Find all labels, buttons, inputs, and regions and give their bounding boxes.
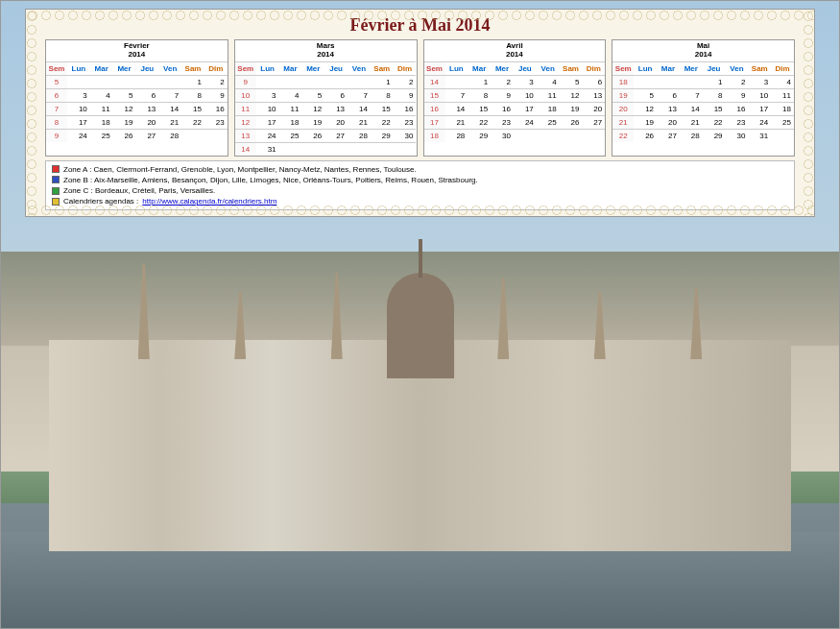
dow-day: Dim [582, 61, 605, 75]
dow-day: Ven [158, 61, 181, 75]
day-cell [279, 75, 302, 88]
legend-zone-a-text: Zone A : Caen, Clermont-Ferrand, Grenobl… [63, 164, 417, 175]
week-row: 912 [235, 75, 417, 88]
day-cell: 3 [748, 75, 771, 88]
day-cell: 23 [491, 115, 514, 129]
day-cell: 13 [657, 102, 680, 115]
week-row: 817181920212223 [46, 115, 228, 129]
week-num: 22 [612, 129, 634, 142]
day-cell [371, 142, 394, 156]
week-row: 1110111213141516 [235, 102, 417, 115]
day-cell: 17 [514, 102, 537, 115]
day-cell [135, 75, 158, 88]
day-cell: 5 [560, 75, 583, 88]
day-cell: 6 [582, 75, 605, 88]
dow-day: Dim [771, 61, 794, 75]
day-cell [582, 129, 605, 142]
week-num: 15 [424, 88, 445, 102]
week-num: 7 [46, 102, 67, 115]
calendar-panel: Février à Mai 2014 Février2014SemLunMarM… [25, 9, 815, 217]
legend-zone-b: Zone B : Aix-Marseille, Amiens, Besançon… [52, 175, 788, 185]
day-cell: 22 [181, 115, 204, 129]
swatch-zone-b [52, 176, 60, 183]
day-cell [680, 75, 703, 88]
day-cell: 17 [67, 115, 90, 129]
day-cell: 14 [348, 102, 371, 115]
day-cell: 22 [703, 115, 726, 129]
day-cell: 19 [113, 115, 136, 129]
day-cell: 14 [680, 102, 703, 115]
day-cell [537, 129, 560, 142]
week-row: 1324252627282930 [235, 129, 417, 142]
dow-day: Mar [90, 61, 113, 75]
day-cell: 26 [301, 129, 324, 142]
week-num: 21 [612, 115, 634, 129]
legend-zone-b-text: Zone B : Aix-Marseille, Amiens, Besançon… [63, 175, 478, 185]
dow-day: Lun [67, 61, 90, 75]
week-row: 1578910111213 [424, 88, 606, 102]
dow-day: Jeu [703, 61, 726, 75]
month-0: Février2014SemLunMarMerJeuVenSamDim51263… [45, 39, 228, 157]
swatch-zone-c [52, 187, 60, 195]
week-row: 1721222324252627 [424, 115, 606, 129]
month-1: Mars2014SemLunMarMerJeuVenSamDim91210345… [234, 39, 418, 157]
day-cell: 26 [634, 129, 657, 142]
day-cell: 8 [468, 88, 491, 102]
day-cell: 9 [204, 88, 228, 102]
week-num: 9 [235, 75, 256, 88]
day-cell: 7 [680, 88, 703, 102]
day-cell [634, 75, 657, 88]
day-cell: 2 [726, 75, 749, 88]
day-cell: 7 [348, 88, 371, 102]
day-cell: 23 [204, 115, 228, 129]
day-cell: 2 [491, 75, 514, 88]
day-cell: 2 [394, 75, 417, 88]
day-cell: 21 [680, 115, 703, 129]
week-num: 10 [235, 88, 256, 102]
day-cell: 11 [771, 88, 794, 102]
month-title: Avril2014 [424, 40, 606, 61]
day-cell: 25 [279, 129, 302, 142]
dow-day: Sam [748, 61, 771, 75]
month-title: Mars2014 [235, 40, 417, 61]
day-cell: 28 [348, 129, 371, 142]
day-cell: 5 [301, 88, 324, 102]
week-num: 8 [46, 115, 67, 129]
background-building [49, 244, 791, 551]
legend-zone-a: Zone A : Caen, Clermont-Ferrand, Grenobl… [52, 164, 788, 175]
week-row: 1217181920212223 [235, 115, 417, 129]
day-cell: 6 [324, 88, 348, 102]
day-cell: 6 [135, 88, 158, 102]
day-cell: 28 [445, 129, 468, 142]
dow-day: Lun [256, 61, 279, 75]
week-num: 20 [612, 102, 634, 115]
dow-sem: Sem [46, 61, 67, 75]
week-row: 92425262728 [46, 129, 228, 142]
day-cell [279, 142, 302, 156]
day-cell: 10 [67, 102, 90, 115]
week-row: 14123456 [424, 75, 606, 88]
day-cell: 16 [204, 102, 228, 115]
day-cell: 1 [371, 75, 394, 88]
day-cell: 7 [445, 88, 468, 102]
background-water [1, 532, 839, 628]
day-cell: 25 [537, 115, 560, 129]
day-cell: 15 [371, 102, 394, 115]
day-cell: 9 [726, 88, 749, 102]
day-cell: 18 [537, 102, 560, 115]
week-row: 1614151617181920 [424, 102, 606, 115]
months-row: Février2014SemLunMarMerJeuVenSamDim51263… [32, 39, 808, 157]
week-row: 710111213141516 [46, 102, 228, 115]
dow-row: SemLunMarMerJeuVenSamDim [424, 61, 606, 75]
day-cell: 30 [491, 129, 514, 142]
week-row: 1431 [235, 142, 417, 156]
dow-sem: Sem [612, 61, 634, 75]
day-cell: 24 [256, 129, 279, 142]
day-cell: 13 [582, 88, 605, 102]
dow-day: Ven [726, 61, 749, 75]
day-cell: 23 [394, 115, 417, 129]
day-cell: 11 [279, 102, 302, 115]
day-cell [113, 75, 136, 88]
day-cell: 20 [324, 115, 348, 129]
dow-day: Dim [204, 61, 228, 75]
